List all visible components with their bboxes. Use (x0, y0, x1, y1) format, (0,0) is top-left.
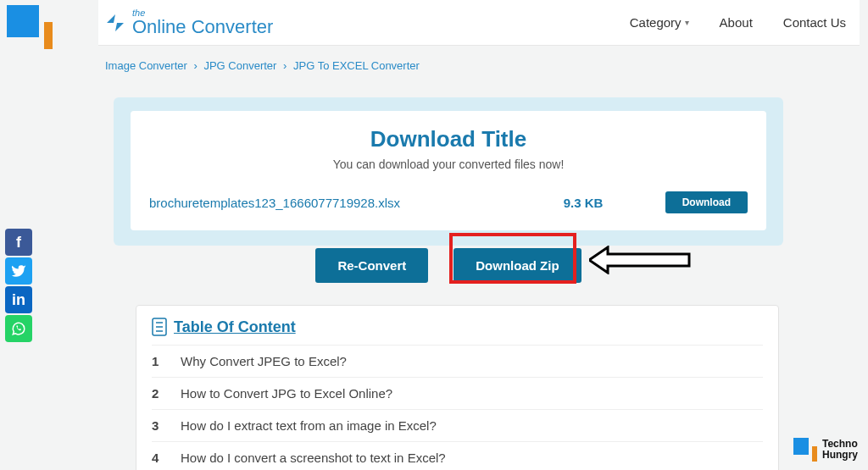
toc-link[interactable]: How to Convert JPG to Excel Online? (181, 386, 392, 401)
social-share-rail: f in (5, 229, 32, 342)
breadcrumb-separator: › (190, 59, 200, 72)
toc-item: 1 Why Convert JPEG to Excel? (152, 345, 763, 377)
download-panel-inner: Download Title You can download your con… (131, 111, 766, 230)
twitter-share-icon[interactable] (5, 257, 32, 285)
nav-category-label: Category (630, 15, 682, 30)
download-zip-button[interactable]: Download Zip (453, 248, 581, 283)
top-nav: Category ▾ About Contact Us (630, 15, 860, 30)
file-name[interactable]: brochuretemplates123_1666077719928.xlsx (149, 196, 564, 210)
brand[interactable]: the Online Converter (98, 8, 273, 36)
toc-link[interactable]: Why Convert JPEG to Excel? (181, 354, 347, 368)
file-row: brochuretemplates123_1666077719928.xlsx … (142, 186, 754, 218)
download-button[interactable]: Download (665, 191, 748, 213)
whatsapp-share-icon[interactable] (5, 315, 32, 342)
list-icon (152, 318, 167, 336)
toc-title[interactable]: Table Of Content (174, 318, 296, 336)
linkedin-share-icon[interactable]: in (5, 286, 32, 313)
watermark-text-2: Hungry (822, 450, 858, 461)
nav-about[interactable]: About (720, 15, 753, 30)
svg-marker-0 (589, 247, 689, 273)
breadcrumb-jpg-to-excel[interactable]: JPG To EXCEL Converter (293, 59, 420, 72)
toc-item: 4 How do I convert a screenshot to text … (152, 441, 763, 470)
nav-about-label: About (720, 15, 753, 30)
brand-logo-icon (103, 11, 127, 35)
download-subtitle: You can download your converted files no… (142, 158, 754, 171)
toc-number: 2 (152, 386, 162, 401)
toc-number: 1 (152, 354, 162, 368)
toc-header: Table Of Content (152, 318, 763, 336)
breadcrumb-image-converter[interactable]: Image Converter (105, 59, 187, 72)
table-of-contents: Table Of Content 1 Why Convert JPEG to E… (136, 305, 779, 470)
toc-number: 4 (152, 451, 162, 465)
nav-category[interactable]: Category ▾ (630, 15, 689, 30)
nav-contact[interactable]: Contact Us (783, 15, 846, 30)
chevron-down-icon: ▾ (685, 18, 689, 27)
breadcrumb: Image Converter › JPG Converter › JPG To… (105, 59, 420, 72)
reconvert-button[interactable]: Re-Convert (315, 248, 428, 283)
download-panel: Download Title You can download your con… (114, 97, 783, 246)
nav-contact-label: Contact Us (783, 15, 846, 30)
toc-link[interactable]: How do I extract text from an image in E… (181, 418, 437, 433)
facebook-share-icon[interactable]: f (5, 229, 32, 256)
toc-link[interactable]: How do I convert a screenshot to text in… (181, 451, 446, 465)
watermark-logo-icon (793, 438, 817, 462)
download-title: Download Title (142, 126, 754, 152)
annotation-arrow-icon (589, 246, 691, 274)
file-size: 9.3 KB (564, 196, 665, 210)
header: the Online Converter Category ▾ About Co… (98, 0, 860, 46)
toc-number: 3 (152, 418, 162, 433)
breadcrumb-jpg-converter[interactable]: JPG Converter (203, 59, 276, 72)
toc-item: 2 How to Convert JPG to Excel Online? (152, 377, 763, 409)
breadcrumb-separator: › (280, 59, 290, 72)
site-corner-logo (7, 5, 56, 49)
brand-title: Online Converter (132, 18, 273, 36)
watermark-logo: Techno Hungry (793, 438, 858, 462)
toc-item: 3 How do I extract text from an image in… (152, 409, 763, 441)
